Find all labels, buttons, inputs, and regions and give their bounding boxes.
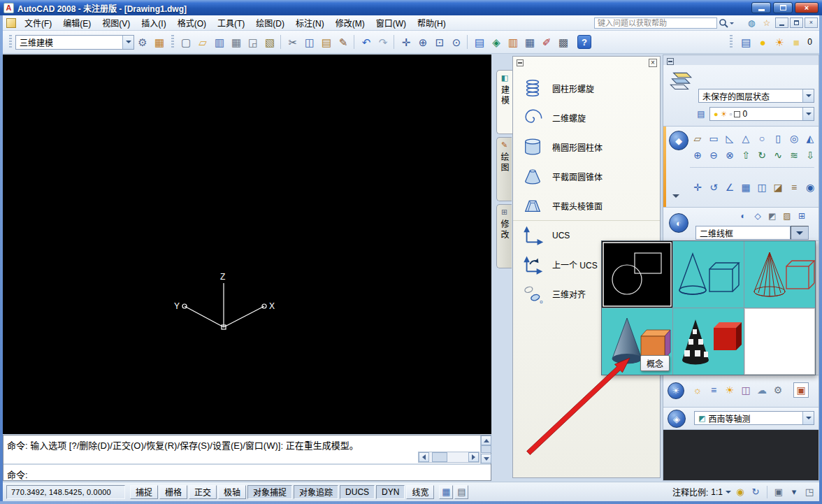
mdi-close-button[interactable]: × [805, 17, 818, 28]
sun-properties-icon[interactable]: ☀ [722, 382, 737, 398]
command-vertical-scrollbar[interactable] [480, 435, 491, 463]
command-window[interactable]: 命令: 输入选项 [?/删除(D)/正交(O)/恢复(R)/保存(S)/设置(E… [3, 435, 491, 481]
menu-item[interactable]: 工具(T) [212, 15, 250, 31]
search-icon[interactable] [719, 17, 737, 29]
menu-item[interactable]: 窗口(W) [370, 15, 412, 31]
layer-on-icon[interactable]: ● [714, 110, 719, 118]
sweep-icon[interactable]: ∿ [770, 147, 786, 163]
light-panel-icon[interactable]: ☀ [668, 382, 684, 399]
materials-icon[interactable]: ◫ [738, 382, 754, 398]
intersect-icon[interactable]: ⊗ [722, 147, 737, 163]
light-list-icon[interactable]: ≡ [706, 382, 721, 398]
layer-color-swatch[interactable] [734, 111, 740, 117]
face-style-icon[interactable]: ◐ [736, 209, 750, 223]
style-2d-wireframe-thumb[interactable] [602, 241, 672, 308]
edge-overrides-icon[interactable]: ◇ [751, 209, 765, 223]
style-realistic-thumb[interactable] [673, 308, 744, 375]
publish-icon[interactable]: ▧ [261, 34, 278, 50]
annotation-autoscale-icon[interactable]: ↻ [749, 486, 762, 498]
ducs-toggle[interactable]: DUCS [340, 485, 375, 499]
cut-icon[interactable]: ✂ [284, 34, 301, 50]
toolbar-grip[interactable] [9, 35, 12, 49]
3d-make-panel-icon[interactable]: ◆ [669, 131, 688, 150]
palette-close-button[interactable]: × [649, 59, 657, 67]
advanced-render-icon[interactable]: ⚙ [770, 382, 786, 398]
render-environment-icon[interactable]: ☁ [754, 382, 770, 398]
communication-center-icon[interactable]: ◍ [745, 17, 758, 29]
command-history[interactable]: 命令: 输入选项 [?/删除(D)/正交(O)/恢复(R)/保存(S)/设置(E… [3, 435, 480, 463]
layer-combo[interactable]: ● ☀ ▫ 0 [709, 107, 814, 121]
3d-move-icon[interactable]: ✛ [690, 180, 705, 195]
cone-icon[interactable]: △ [738, 131, 754, 146]
expand-icon[interactable]: ⊞ [795, 209, 809, 223]
otrack-toggle[interactable]: 对象追踪 [294, 485, 338, 499]
paste-icon[interactable]: ▤ [318, 34, 335, 50]
cylinder-icon[interactable]: ▯ [770, 131, 786, 146]
lineweight-toggle[interactable]: 线宽 [406, 485, 434, 499]
object-snap-icon[interactable]: ◉ [802, 180, 818, 195]
create-light-icon[interactable]: ☼ [690, 382, 705, 398]
toolbar-grip[interactable] [730, 35, 733, 49]
undo-icon[interactable]: ↶ [358, 34, 375, 50]
loft-icon[interactable]: ≋ [786, 147, 802, 163]
scroll-left-icon[interactable] [419, 452, 429, 462]
layer-state-combo[interactable]: 未保存的图层状态 [698, 89, 814, 103]
favorites-star-icon[interactable]: ☆ [760, 17, 773, 29]
dyn-toggle[interactable]: DYN [376, 485, 405, 499]
toolbar-grip[interactable] [171, 35, 174, 49]
style-empty-thumb[interactable] [744, 308, 815, 375]
visual-style-panel-icon[interactable]: ◐ [669, 213, 688, 233]
help-search-input[interactable] [594, 17, 717, 29]
zoom-window-icon[interactable]: ⊡ [431, 34, 448, 50]
match-properties-icon[interactable]: ✎ [335, 34, 352, 50]
layer-color-icon[interactable]: ■ [788, 34, 805, 50]
union-icon[interactable]: ⊕ [690, 147, 705, 163]
properties-icon[interactable]: ▤ [471, 34, 488, 50]
annotation-scale-arrow-icon[interactable] [726, 491, 731, 496]
menu-item[interactable]: 文件(F) [19, 15, 57, 31]
menu-item[interactable]: 格式(O) [172, 15, 212, 31]
sphere-icon[interactable]: ○ [754, 131, 770, 146]
command-input-line[interactable]: 命令: [3, 465, 491, 480]
menu-item[interactable]: 修改(M) [330, 15, 370, 31]
menu-item[interactable]: 视图(V) [96, 15, 136, 31]
view-panel-icon[interactable]: ◈ [668, 410, 686, 428]
workspace-save-icon[interactable]: ▦ [151, 34, 168, 50]
zoom-realtime-icon[interactable]: ⊕ [414, 34, 431, 50]
save-icon[interactable]: ▥ [211, 34, 228, 50]
layers-panel-icon[interactable] [666, 69, 694, 94]
scroll-right-icon[interactable] [468, 452, 479, 462]
shadow-icon[interactable]: ◩ [765, 209, 779, 223]
drawing-file-icon[interactable] [6, 18, 16, 28]
markup-set-manager-icon[interactable]: ✐ [538, 34, 555, 50]
palette-item-2d-spiral[interactable]: 二维螺旋 [513, 103, 660, 132]
style-3d-wireframe-thumb[interactable] [744, 241, 815, 308]
menu-item[interactable]: 帮助(H) [412, 15, 452, 31]
search-options-arrow-icon[interactable] [730, 22, 734, 27]
workspace-settings-icon[interactable]: ⚙ [134, 34, 151, 50]
presspull-icon[interactable]: ⇩ [802, 147, 818, 163]
visual-style-combo[interactable]: 二维线框 [695, 226, 791, 240]
polar-toggle[interactable]: 极轴 [218, 485, 246, 499]
sheet-set-manager-icon[interactable]: ▦ [521, 34, 538, 50]
open-icon[interactable]: ▱ [194, 34, 211, 50]
dashboard-minimize-button[interactable] [667, 58, 674, 65]
box-icon[interactable]: ▭ [706, 131, 721, 146]
snap-toggle[interactable]: 捕捉 [130, 485, 158, 499]
texture-icon[interactable]: ▨ [780, 209, 794, 223]
zoom-previous-icon[interactable]: ⊙ [448, 34, 465, 50]
extrude-icon[interactable]: ⇧ [738, 147, 754, 163]
status-menu-arrow-icon[interactable]: ▾ [788, 486, 800, 498]
layer-states-icon[interactable]: ▤ [695, 108, 707, 120]
drawing-canvas[interactable]: Z X Y [3, 55, 491, 434]
wedge-icon[interactable]: ◺ [722, 131, 737, 146]
panel-expand-arrow-icon[interactable] [672, 194, 679, 201]
plot-preview-icon[interactable]: ◲ [245, 34, 261, 50]
layout-space-icon[interactable]: ▤ [454, 485, 468, 499]
quickcalc-icon[interactable]: ▩ [555, 34, 572, 50]
torus-icon[interactable]: ◎ [786, 131, 802, 146]
style-3d-hidden-thumb[interactable] [673, 241, 744, 308]
layer-bulb-icon[interactable]: ● [754, 34, 771, 50]
clean-screen-icon[interactable]: ◳ [803, 486, 816, 498]
qnew-icon[interactable]: ▢ [178, 34, 194, 50]
